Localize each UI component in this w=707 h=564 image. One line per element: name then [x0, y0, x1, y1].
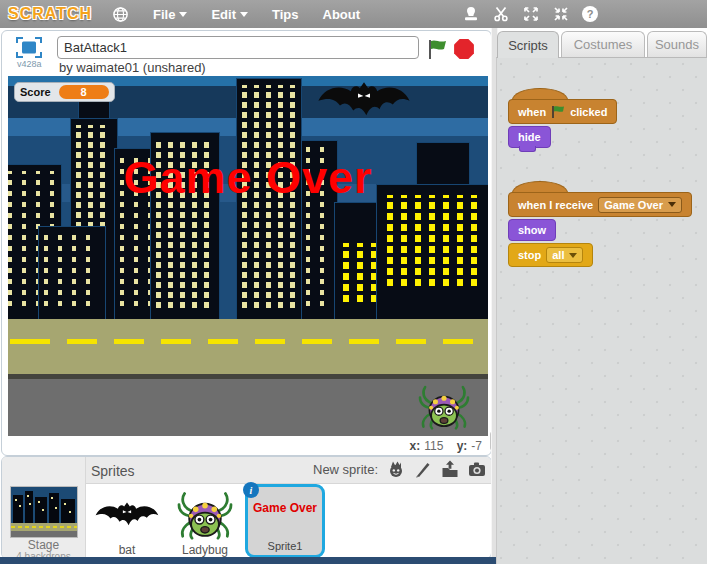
dropdown-arrow-icon	[668, 202, 676, 207]
tab-sounds[interactable]: Sounds	[647, 31, 707, 57]
road	[8, 319, 488, 374]
block-when-flag-clicked[interactable]: when clicked	[508, 99, 617, 124]
help-icon[interactable]: ?	[582, 6, 598, 22]
coord-x-value: 115	[424, 439, 443, 453]
new-sprite-label: New sprite:	[313, 462, 378, 477]
language-globe-icon[interactable]	[112, 6, 129, 23]
building	[38, 226, 106, 321]
sprite-label: Ladybug	[168, 543, 242, 557]
tab-scripts[interactable]: Scripts	[497, 31, 559, 58]
sprites-panel: Sprites New sprite:	[1, 456, 492, 559]
project-title-input[interactable]	[57, 36, 419, 59]
score-label: Score	[20, 86, 51, 98]
shrink-sprite-icon[interactable]	[552, 6, 569, 23]
sprites-title: Sprites	[91, 463, 135, 479]
new-sprite-toolbar: New sprite:	[313, 460, 486, 478]
coord-y-value: -7	[471, 439, 482, 453]
dropdown-arrow-icon	[569, 253, 577, 258]
scratch-editor: SCRATCH File Edit Tips About ?	[0, 0, 707, 564]
stage-viewport[interactable]: Game Over Score 8	[8, 76, 488, 436]
duplicate-stamp-icon[interactable]	[462, 6, 479, 23]
score-variable-watcher[interactable]: Score 8	[14, 82, 115, 102]
ladybug-sprite[interactable]	[418, 382, 470, 430]
block-show[interactable]: show	[508, 219, 556, 241]
scratch-logo[interactable]: SCRATCH	[8, 5, 92, 23]
stage-item-name: Stage	[2, 538, 85, 552]
chevron-down-icon	[240, 12, 248, 17]
menu-bar: SCRATCH File Edit Tips About ?	[0, 0, 707, 28]
menu-edit[interactable]: Edit	[211, 7, 248, 22]
stage-thumbnail[interactable]	[10, 486, 78, 538]
sprite-library-icon[interactable]	[387, 460, 405, 478]
sprite-thumbnail-bat[interactable]	[90, 485, 164, 543]
sprite1-thumb-text: Game Over	[248, 501, 322, 515]
game-over-text: Game Over	[8, 152, 488, 204]
window-bottom-edge	[0, 557, 497, 564]
menu-file[interactable]: File	[153, 7, 187, 22]
paintbrush-icon[interactable]	[414, 460, 432, 478]
menu-tips[interactable]: Tips	[272, 7, 299, 22]
green-flag-button[interactable]	[426, 38, 448, 60]
grow-sprite-icon[interactable]	[522, 6, 539, 23]
broadcast-dropdown[interactable]: Game Over	[598, 197, 682, 213]
mouse-coordinates: x:115 y:-7	[300, 439, 482, 453]
chevron-down-icon	[179, 12, 187, 17]
block-stop[interactable]: stop all	[508, 243, 593, 267]
block-when-i-receive[interactable]: when I receive Game Over	[508, 192, 692, 217]
menu-about[interactable]: About	[323, 7, 361, 22]
upload-sprite-icon[interactable]	[441, 460, 459, 478]
sprite-label: bat	[90, 543, 164, 557]
version-tag: v428a	[17, 59, 42, 69]
stop-button[interactable]	[453, 38, 475, 60]
coord-x-label: x:	[410, 439, 421, 453]
camera-icon[interactable]	[468, 460, 486, 478]
sprite-thumbnail-ladybug[interactable]	[168, 485, 242, 543]
tab-costumes[interactable]: Costumes	[561, 31, 645, 57]
coord-y-label: y:	[457, 439, 468, 453]
green-flag-icon	[551, 105, 565, 118]
sidewalk	[8, 379, 488, 436]
building	[376, 184, 488, 321]
project-byline: by waimate01 (unshared)	[59, 60, 206, 75]
presentation-mode-icon[interactable]	[16, 37, 42, 58]
sprite-label: Sprite1	[248, 540, 322, 552]
stop-dropdown[interactable]: all	[546, 247, 583, 263]
score-value: 8	[59, 85, 109, 99]
sprite-thumbnail-sprite1-selected[interactable]: i Game Over Sprite1	[245, 484, 325, 558]
sprite-info-icon[interactable]: i	[243, 482, 259, 498]
block-hide[interactable]: hide	[508, 126, 551, 148]
delete-scissors-icon[interactable]	[492, 6, 509, 23]
bat-sprite[interactable]	[316, 80, 412, 120]
road-center-line	[8, 339, 488, 344]
